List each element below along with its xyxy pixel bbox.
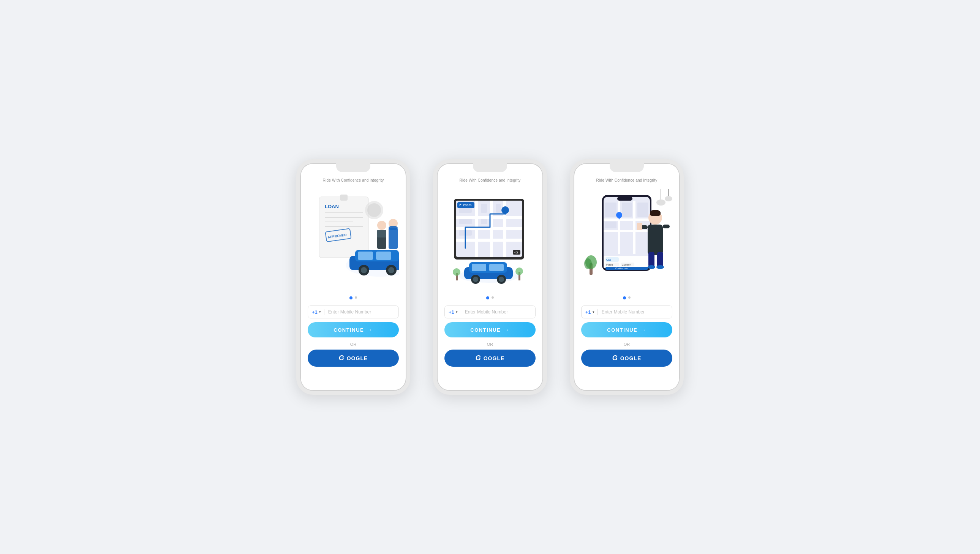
map-car-svg: ↱ 200m 4G [444, 189, 536, 288]
phone-1-google-g-icon: G [339, 354, 345, 362]
svg-rect-38 [481, 204, 487, 213]
phone-1-continue-button[interactable]: CONTINUE → [308, 322, 399, 337]
svg-rect-70 [622, 202, 632, 217]
svg-rect-51 [489, 264, 504, 271]
dot-2-inactive [492, 296, 494, 299]
phone-3-tagline: Ride With Confidence and integrity [597, 178, 657, 182]
phone-1-continue-arrow: → [367, 327, 373, 333]
vol-btn-3a [570, 201, 571, 212]
phone-3-google-g-icon: G [612, 354, 618, 362]
phone-2-or-text: OR [487, 342, 493, 347]
svg-rect-71 [637, 202, 648, 217]
phone-3-country-code: +1 [585, 309, 591, 315]
power-btn-1 [409, 209, 410, 226]
phone-1-or-text: OR [350, 342, 357, 347]
phone-3-input-divider [598, 309, 598, 315]
svg-point-53 [473, 277, 478, 282]
svg-rect-39 [481, 219, 487, 224]
svg-rect-21 [376, 252, 391, 260]
dot-2-active [486, 296, 489, 299]
svg-rect-50 [472, 264, 486, 271]
phone-2-input-placeholder: Enter Mobile Number [465, 309, 508, 315]
svg-rect-40 [496, 204, 501, 213]
page-container: Ride With Confidence and integrity LOAN [281, 144, 699, 410]
svg-rect-86 [648, 224, 663, 255]
svg-point-98 [656, 199, 665, 205]
svg-rect-91 [657, 252, 663, 267]
svg-text:Cab: Cab [606, 258, 611, 261]
phone-1-input-row[interactable]: +1 ▾ Enter Mobile Number [308, 306, 399, 318]
svg-point-55 [499, 277, 504, 282]
phone-2-continue-arrow: → [504, 327, 510, 333]
phone-2-input-row[interactable]: +1 ▾ Enter Mobile Number [444, 306, 536, 318]
phone-1-wrapper: Ride With Confidence and integrity LOAN [296, 159, 410, 395]
phone-2-continue-button[interactable]: CONTINUE → [444, 322, 536, 337]
svg-rect-33 [490, 201, 493, 257]
phone-2-input-divider [461, 309, 461, 315]
phone-3-dropdown-arrow[interactable]: ▾ [593, 310, 595, 314]
svg-rect-36 [459, 219, 472, 224]
phone-2-google-button[interactable]: G OOGLE [444, 350, 536, 367]
phone-2-wrapper: Ride With Confidence and integrity [433, 159, 547, 395]
phone-2: Ride With Confidence and integrity [433, 159, 547, 395]
phone-2-illustration: ↱ 200m 4G [444, 185, 536, 292]
svg-rect-32 [475, 201, 478, 257]
svg-rect-1 [340, 194, 348, 201]
phone-1-content: Ride With Confidence and integrity LOAN [300, 163, 406, 391]
vol-btn-3b [570, 216, 571, 228]
phone-3-input-placeholder: Enter Mobile Number [602, 309, 644, 315]
phone-1: Ride With Confidence and integrity LOAN [296, 159, 410, 395]
svg-text:4G: 4G [514, 251, 518, 254]
phone-2-content: Ride With Confidence and integrity [437, 163, 543, 391]
phone-2-google-g-icon: G [476, 354, 481, 362]
vol-btn-2a [433, 201, 434, 212]
svg-text:LOAN: LOAN [325, 204, 339, 209]
phone-1-google-label: OOGLE [347, 355, 368, 361]
phone-1-continue-label: CONTINUE [334, 327, 364, 333]
svg-text:Flash: Flash [606, 263, 612, 266]
svg-point-92 [648, 265, 655, 269]
phone-3-google-label: OOGLE [620, 355, 641, 361]
phone-1-country-code: +1 [312, 309, 318, 315]
svg-rect-90 [648, 252, 654, 267]
svg-text:Confirm ride: Confirm ride [615, 267, 628, 269]
vol-btn-1b [296, 216, 297, 228]
phone-1-google-button[interactable]: G OOGLE [308, 350, 399, 367]
phone-2-tagline: Ride With Confidence and integrity [460, 178, 521, 182]
svg-point-25 [388, 267, 394, 273]
phone-1-input-divider [324, 309, 325, 315]
phone-1-dropdown-arrow[interactable]: ▾ [319, 310, 321, 314]
phone-3-illustration: Cab Flash Comfort Confirm ride [581, 185, 672, 292]
svg-point-11 [377, 221, 386, 230]
phone-1-dots [350, 296, 357, 299]
phone-3-dots [623, 296, 630, 299]
vol-btn-1a [296, 201, 297, 212]
phone-1-tagline: Ride With Confidence and integrity [323, 178, 384, 182]
dot-3-active [623, 296, 626, 299]
phone-2-continue-label: CONTINUE [470, 327, 501, 333]
phone-3: Ride With Confidence and integrity [570, 159, 684, 395]
svg-rect-15 [388, 228, 398, 249]
svg-rect-69 [605, 221, 616, 228]
power-btn-3 [683, 209, 684, 226]
svg-point-96 [584, 258, 592, 269]
phone-2-country-code: +1 [449, 309, 454, 315]
phone-2-google-label: OOGLE [484, 355, 505, 361]
svg-point-59 [515, 267, 523, 275]
phone-3-google-button[interactable]: G OOGLE [581, 350, 672, 367]
phone-3-input-row[interactable]: +1 ▾ Enter Mobile Number [581, 306, 672, 318]
svg-point-100 [665, 196, 672, 201]
svg-rect-68 [605, 202, 616, 217]
svg-text:Comfort: Comfort [622, 263, 631, 266]
dot-1-inactive [355, 296, 357, 299]
loan-car-svg: LOAN APPROVED [308, 189, 399, 288]
svg-rect-62 [617, 197, 632, 201]
power-btn-2 [546, 209, 547, 226]
svg-point-16 [388, 226, 398, 230]
phone-2-dropdown-arrow[interactable]: ▾ [456, 310, 458, 314]
svg-rect-85 [650, 212, 660, 216]
phone-3-continue-button[interactable]: CONTINUE → [581, 322, 672, 337]
svg-point-10 [368, 203, 381, 217]
dot-3-inactive [628, 296, 630, 299]
svg-rect-20 [358, 252, 373, 260]
